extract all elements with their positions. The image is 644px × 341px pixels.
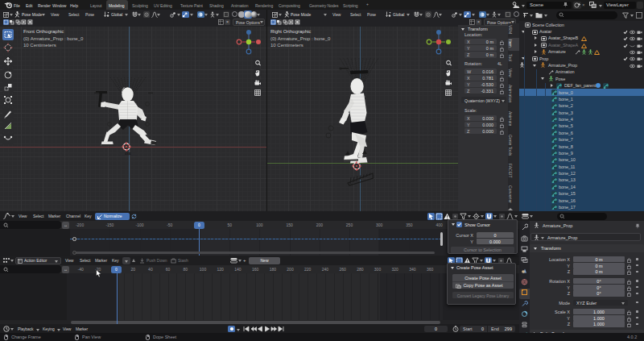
svg-text:43.1: 43.1: [125, 152, 132, 156]
